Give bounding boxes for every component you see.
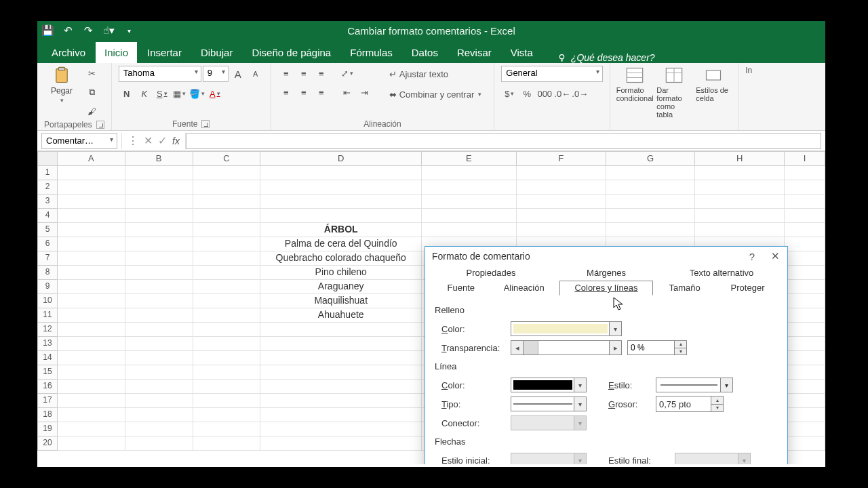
orientation-icon[interactable]: ⤢ [339, 66, 355, 81]
border-button[interactable]: ▦ [172, 86, 188, 101]
cell[interactable] [260, 394, 422, 408]
cell[interactable] [260, 422, 422, 436]
tab-revisar[interactable]: Revisar [448, 42, 500, 63]
row-header[interactable]: 11 [37, 308, 58, 323]
slider-thumb[interactable] [524, 341, 538, 354]
cell[interactable] [260, 365, 422, 380]
cancel-formula-icon[interactable]: ✕ [144, 134, 153, 147]
tab-proteger[interactable]: Proteger [716, 281, 779, 296]
format-as-table-button[interactable]: Dar formato como tabla [656, 66, 692, 119]
cell[interactable] [193, 408, 261, 422]
cell[interactable] [785, 394, 825, 408]
cell[interactable] [785, 408, 825, 422]
touch-mode-icon[interactable]: ☝︎▾ [102, 24, 115, 37]
cell[interactable] [125, 308, 193, 323]
slider-increase-icon[interactable]: ▸ [609, 341, 621, 354]
cell[interactable] [785, 280, 825, 294]
cell[interactable] [125, 380, 193, 394]
select-all-corner[interactable] [37, 151, 58, 166]
cell[interactable] [125, 266, 193, 280]
cell[interactable] [193, 422, 261, 436]
transparency-spinner[interactable]: ▴▾ [627, 340, 687, 355]
cell[interactable] [193, 380, 261, 394]
row-header[interactable]: 8 [37, 266, 58, 280]
percent-format-icon[interactable]: % [519, 86, 535, 101]
cell[interactable] [125, 180, 193, 195]
line-type-combo[interactable]: ▾ [511, 396, 587, 411]
cell[interactable] [193, 180, 261, 195]
cell[interactable] [58, 408, 125, 422]
spin-down-icon[interactable]: ▾ [711, 405, 723, 412]
cell[interactable] [517, 180, 606, 195]
cell[interactable]: Pino chileno [260, 266, 422, 280]
tab-alineacion-dlg[interactable]: Alineación [489, 281, 559, 296]
cell[interactable] [606, 223, 696, 237]
cell[interactable] [785, 209, 825, 223]
underline-button[interactable]: S [154, 86, 170, 101]
cell[interactable] [58, 237, 125, 251]
tab-inicio[interactable]: Inicio [96, 42, 137, 63]
align-center-icon[interactable]: ≡ [296, 85, 312, 100]
cell[interactable] [125, 223, 193, 237]
cell[interactable] [125, 237, 193, 251]
tab-archivo[interactable]: Archivo [43, 42, 94, 63]
cell[interactable] [125, 195, 193, 209]
cell[interactable] [422, 209, 517, 223]
cell[interactable] [260, 380, 422, 394]
cell[interactable]: Maquilishuat [260, 294, 422, 308]
row-header[interactable]: 16 [37, 380, 58, 394]
tab-vista[interactable]: Vista [502, 42, 542, 63]
cell[interactable] [422, 223, 517, 237]
row-header[interactable]: 12 [37, 323, 58, 337]
cell[interactable] [58, 166, 125, 180]
cell[interactable] [260, 323, 422, 337]
cell[interactable] [58, 209, 125, 223]
row-header[interactable]: 5 [37, 223, 58, 237]
cell[interactable] [785, 436, 825, 451]
tab-propiedades[interactable]: Propiedades [433, 266, 549, 281]
row-header[interactable]: 14 [37, 351, 58, 365]
shrink-font-icon[interactable]: A [248, 66, 264, 81]
row-header[interactable]: 9 [37, 280, 58, 294]
copy-icon[interactable]: ⧉ [83, 85, 100, 100]
tab-margenes[interactable]: Márgenes [549, 266, 664, 281]
cell[interactable] [785, 323, 825, 337]
tab-colores-lineas[interactable]: Colores y líneas [559, 281, 653, 296]
cell[interactable] [606, 180, 696, 195]
cell[interactable] [58, 365, 125, 380]
cell[interactable] [58, 323, 125, 337]
cell[interactable] [58, 223, 125, 237]
cell[interactable] [193, 251, 261, 266]
spin-down-icon[interactable]: ▾ [675, 348, 686, 355]
tell-me-search[interactable]: ¿Qué desea hacer? [557, 52, 655, 63]
name-box[interactable]: Comentar… [41, 133, 117, 149]
cell[interactable] [58, 294, 125, 308]
tab-tamano[interactable]: Tamaño [653, 281, 716, 296]
cell[interactable] [125, 436, 193, 451]
cell[interactable]: Ahuahuete [260, 308, 422, 323]
cell[interactable] [193, 166, 261, 180]
cell[interactable] [422, 166, 517, 180]
cell[interactable] [785, 308, 825, 323]
worksheet-grid[interactable]: ABCDEFGHI 12345ÁRBOL6Palma de cera del Q… [37, 151, 825, 464]
cell[interactable] [517, 166, 606, 180]
cell[interactable] [517, 209, 606, 223]
column-header[interactable]: A [58, 151, 125, 166]
wrap-text-button[interactable]: ↵ Ajustar texto [384, 66, 488, 82]
cell[interactable] [422, 180, 517, 195]
redo-icon[interactable]: ↷ [82, 24, 94, 37]
cell[interactable] [260, 337, 422, 351]
undo-icon[interactable]: ↶ [62, 24, 74, 37]
align-middle-icon[interactable]: ≡ [296, 66, 312, 81]
row-header[interactable]: 10 [37, 294, 58, 308]
number-format-select[interactable]: General [501, 66, 603, 82]
qat-customize-icon[interactable]: ▾ [123, 24, 135, 37]
align-right-icon[interactable]: ≡ [313, 85, 330, 100]
row-header[interactable]: 20 [37, 436, 58, 451]
align-left-icon[interactable]: ≡ [278, 85, 294, 100]
column-header[interactable]: H [695, 151, 785, 166]
cell[interactable] [785, 195, 825, 209]
cell[interactable] [695, 166, 785, 180]
tab-insertar[interactable]: Insertar [138, 42, 191, 63]
cell[interactable] [785, 266, 825, 280]
